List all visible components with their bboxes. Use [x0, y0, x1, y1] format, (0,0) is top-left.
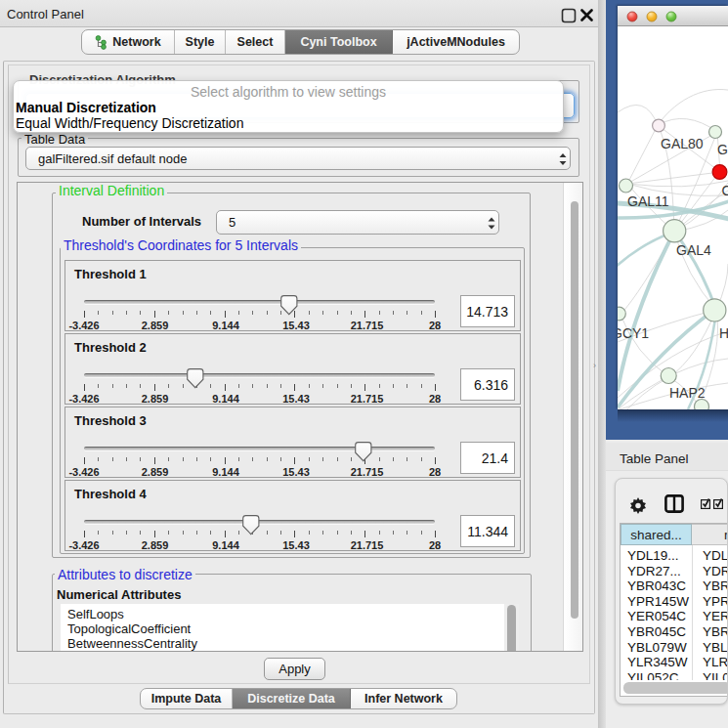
svg-text:HAP2: HAP2: [669, 385, 706, 401]
svg-text:GAL11: GAL11: [627, 193, 669, 209]
svg-text:G.: G.: [717, 142, 728, 157]
svg-text:GCY1: GCY1: [618, 325, 649, 341]
svg-text:GAL4: GAL4: [676, 242, 711, 258]
svg-text:C: C: [722, 183, 728, 198]
svg-text:GAL80: GAL80: [661, 136, 704, 151]
svg-text:H: H: [719, 325, 728, 341]
